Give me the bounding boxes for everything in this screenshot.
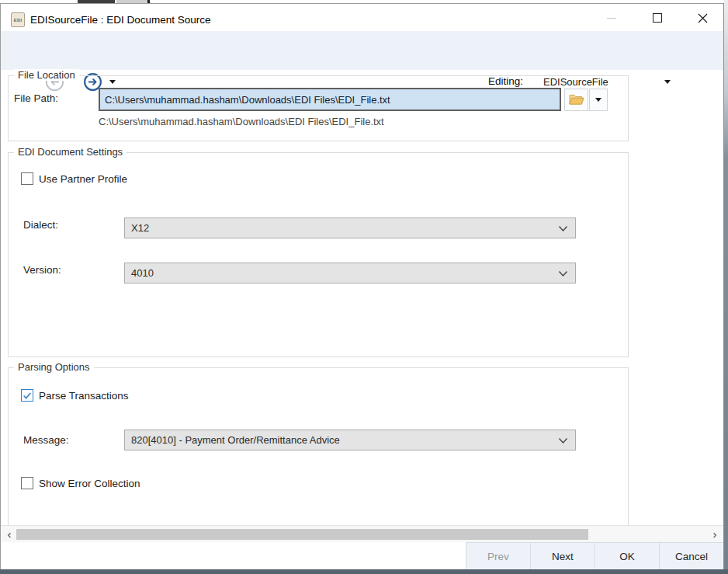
checkbox-icon[interactable]: [21, 477, 33, 489]
dropdown-caret-icon: [595, 98, 601, 102]
dialect-combobox[interactable]: X12: [124, 217, 576, 238]
ok-button[interactable]: OK: [595, 543, 660, 569]
chevron-down-icon: [558, 225, 568, 232]
edi-document-icon: EDI: [11, 12, 25, 27]
dialog-border: [0, 3, 1, 569]
dialect-label: Dialect:: [23, 219, 58, 231]
message-label: Message:: [23, 434, 69, 446]
file-path-input[interactable]: [99, 88, 561, 111]
group-legend: Parsing Options: [14, 361, 94, 373]
message-combobox-value: 820[4010] - Payment Order/Remittance Adv…: [131, 434, 340, 446]
dropdown-caret-icon: [664, 80, 671, 84]
version-label: Version:: [23, 264, 61, 276]
cancel-button[interactable]: Cancel: [660, 543, 723, 569]
close-button[interactable]: [685, 7, 720, 29]
group-legend: EDI Document Settings: [14, 146, 127, 158]
scrollbar-thumb[interactable]: [16, 529, 588, 540]
chevron-down-icon: [558, 270, 568, 277]
navigation-toolbar: Editing: EDISourceFile: [1, 31, 723, 70]
scroll-left-arrow-icon[interactable]: ‹: [3, 526, 16, 543]
file-path-readout: C:\Users\muhammad.hasham\Downloads\EDI F…: [99, 116, 384, 127]
checkbox-icon[interactable]: [21, 172, 33, 185]
scroll-right-arrow-icon[interactable]: ›: [709, 526, 721, 543]
file-path-label: File Path:: [14, 92, 58, 104]
prev-button[interactable]: Prev: [466, 543, 531, 569]
version-combobox[interactable]: 4010: [124, 263, 576, 284]
chevron-down-icon: [558, 437, 568, 444]
checkbox-icon[interactable]: [21, 389, 33, 402]
horizontal-scrollbar[interactable]: ‹ ›: [1, 525, 723, 542]
minimize-icon: [607, 18, 616, 19]
show-error-collection-label: Show Error Collection: [39, 478, 140, 489]
group-legend: File Location: [14, 69, 79, 81]
folder-icon: [569, 94, 584, 106]
dialog-window: EDI EDISourceFile : EDI Document Source: [0, 0, 728, 574]
maximize-icon: [653, 13, 662, 23]
version-combobox-value: 4010: [131, 267, 154, 279]
browse-file-button[interactable]: [564, 89, 588, 111]
dialect-combobox-value: X12: [131, 222, 149, 234]
window-shadow-edge: [724, 0, 728, 569]
use-partner-profile-checkbox-row[interactable]: Use Partner Profile: [21, 172, 127, 185]
footer-button-group: Prev Next OK Cancel: [466, 542, 723, 569]
close-icon: [698, 13, 708, 23]
footer-button-bar: Prev Next OK Cancel: [1, 542, 723, 569]
window-shadow-edge: [0, 569, 728, 574]
minimize-button[interactable]: [594, 7, 629, 29]
use-partner-profile-label: Use Partner Profile: [39, 173, 127, 185]
show-error-collection-checkbox-row[interactable]: Show Error Collection: [21, 477, 140, 489]
next-button[interactable]: Next: [531, 543, 595, 569]
file-path-dropdown-button[interactable]: [589, 89, 608, 111]
message-combobox[interactable]: 820[4010] - Payment Order/Remittance Adv…: [124, 430, 576, 451]
window-title: EDISourceFile : EDI Document Source: [30, 14, 211, 26]
title-bar: EDI EDISourceFile : EDI Document Source: [1, 4, 723, 31]
parse-transactions-checkbox-row[interactable]: Parse Transactions: [21, 389, 129, 402]
parse-transactions-label: Parse Transactions: [39, 390, 129, 402]
checkmark-icon: [22, 389, 33, 402]
maximize-button[interactable]: [640, 7, 674, 29]
